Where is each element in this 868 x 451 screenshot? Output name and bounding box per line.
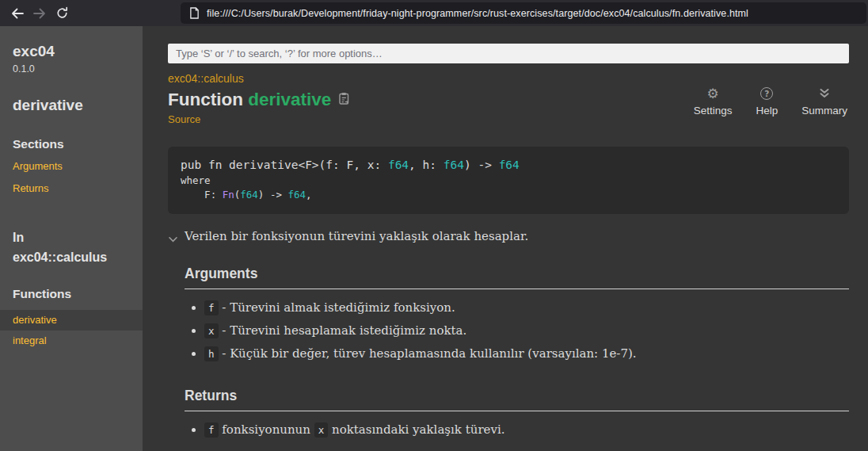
sidebar-item-derivative[interactable]: derivative [0,310,143,331]
page-title-kind: Function [168,90,248,109]
list-item-text: noktasındaki yaklaşık türevi. [328,422,504,437]
breadcrumb-separator: :: [197,72,204,85]
reload-icon [55,6,69,20]
section-heading-arguments: Arguments [185,266,849,289]
back-button[interactable] [6,2,29,25]
arguments-list: f - Türevini almak istediğimiz fonksiyon… [185,300,849,362]
sidebar-item-integral[interactable]: integral [0,331,143,351]
forward-button[interactable] [29,2,51,25]
sidebar-sections-heading: Sections [13,137,143,151]
address-bar[interactable]: file:///C:/Users/burak/Development/frida… [181,2,866,24]
sidebar: exc04 0.1.0 derivative Sections Argument… [0,26,143,451]
summary-button[interactable]: Summary [801,86,847,117]
clipboard-icon [338,92,350,105]
settings-button[interactable]: ⚙ Settings [694,86,733,117]
page-title-fn-name: derivative [248,90,331,109]
copy-path-button[interactable] [338,89,350,109]
rustdoc-toolbar: ⚙ Settings ? Help Summary [694,86,847,117]
sidebar-crate-name[interactable]: exc04 [13,43,143,60]
search-input[interactable] [168,44,849,63]
collapse-toggle[interactable] [168,228,179,247]
double-chevron-down-icon [818,86,831,101]
docblock-intro: Verilen bir fonksiyonun türevini yaklaşı… [168,228,849,247]
list-item: f - Türevini almak istediğimiz fonksiyon… [204,300,849,316]
list-item-text: - Küçük bir değer, türev hesaplamasında … [219,346,637,361]
back-arrow-icon [10,7,25,20]
help-icon: ? [760,86,773,101]
inline-code: f [204,300,219,315]
list-item: x - Türevini hesaplamak istediğimiz nokt… [204,323,849,339]
browser-toolbar: file:///C:/Users/burak/Development/frida… [0,0,868,26]
inline-code: x [314,422,329,438]
sidebar-crate-version: 0.1.0 [13,63,143,75]
sidebar-link-returns[interactable]: Returns [13,182,143,194]
url-text: file:///C:/Users/burak/Development/frida… [207,8,748,19]
list-item-text: - Türevini almak istediğimiz fonksiyon. [219,300,455,315]
sidebar-item-name: derivative [13,97,143,114]
inline-code: x [204,323,219,338]
code-line: where [181,174,836,188]
gear-icon: ⚙ [706,86,718,101]
help-button[interactable]: ? Help [756,86,778,117]
inline-code: h [204,346,219,361]
function-description: Verilen bir fonksiyonun türevini yaklaşı… [185,228,528,244]
section-heading-returns: Returns [185,388,849,411]
forward-arrow-icon [32,7,47,20]
page-icon [189,7,200,19]
function-signature: pub fn derivative<F>(f: F, x: f64, h: f6… [168,147,849,214]
sidebar-in-heading[interactable]: In exc04::calculus [13,228,143,268]
code-line: F: Fn(f64) -> f64, [181,188,836,202]
help-label: Help [756,105,778,117]
settings-label: Settings [694,105,733,117]
list-item-text: fonksiyonunun [219,422,314,437]
source-link[interactable]: Source [168,113,200,125]
breadcrumb-module-link[interactable]: calculus [204,72,244,85]
sidebar-link-arguments[interactable]: Arguments [13,160,143,172]
docblock: Arguments f - Türevini almak istediğimiz… [185,266,849,438]
breadcrumb-crate-link[interactable]: exc04 [168,72,197,85]
returns-list: f fonksiyonunun x noktasındaki yaklaşık … [185,422,849,438]
list-item-text: - Türevini hesaplamak istediğimiz nokta. [219,323,467,338]
sidebar-functions-heading: Functions [13,287,143,301]
summary-label: Summary [801,105,847,117]
code-line: pub fn derivative<F>(f: F, x: f64, h: f6… [181,157,836,174]
inline-code: f [204,422,219,438]
breadcrumb: exc04::calculus [168,72,849,85]
chevron-down-icon [168,236,178,243]
reload-button[interactable] [51,2,73,25]
list-item: h - Küçük bir değer, türev hesaplamasınd… [204,346,849,362]
list-item: f fonksiyonunun x noktasındaki yaklaşık … [204,422,849,438]
main-content: exc04::calculus Function derivative Sour… [143,26,868,451]
